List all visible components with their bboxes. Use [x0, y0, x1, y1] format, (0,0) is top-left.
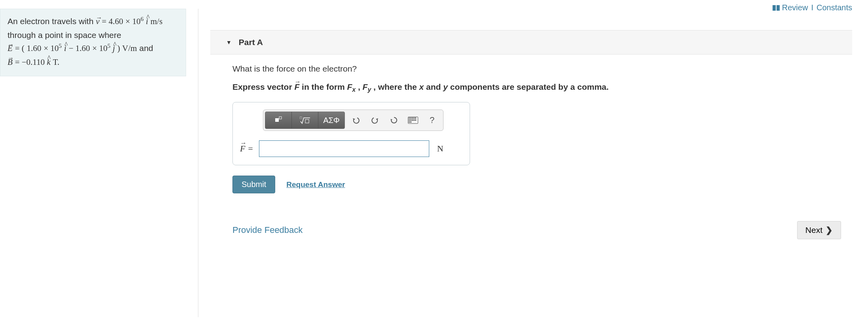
instr-c: , where the	[373, 82, 419, 91]
next-label: Next	[805, 225, 822, 235]
vector-F: F	[294, 82, 299, 91]
E-unit: V/m	[122, 43, 137, 53]
instr-a: Express vector	[232, 82, 294, 91]
chevron-right-icon: ❯	[826, 225, 833, 235]
problem-text: An electron travels with	[8, 17, 96, 26]
keyboard-icon	[408, 117, 418, 124]
equals: =	[15, 57, 22, 67]
B-value: −0.110	[22, 57, 47, 67]
var-x: x	[419, 82, 424, 91]
answer-box: □ ΑΣΦ ?	[232, 102, 470, 165]
i-hat: i	[146, 17, 148, 26]
svg-rect-3	[305, 119, 309, 123]
v-unit: m/s	[150, 17, 162, 26]
svg-rect-0	[275, 118, 279, 122]
E2-base: 10	[99, 43, 107, 53]
equation-toolbar: □ ΑΣΦ ?	[263, 110, 444, 131]
part-title: Part A	[239, 38, 263, 47]
j-hat: j	[113, 43, 115, 53]
comma: ,	[358, 82, 363, 91]
times: ×	[92, 43, 99, 53]
answer-label-eq: =	[245, 144, 253, 153]
undo-button[interactable]	[346, 112, 365, 129]
instr-d: and	[424, 82, 443, 91]
submit-button[interactable]: Submit	[232, 176, 275, 193]
v-exp: 6	[141, 16, 144, 22]
greek-button[interactable]: ΑΣΦ	[318, 112, 345, 129]
provide-feedback-link[interactable]: Provide Feedback	[232, 225, 303, 235]
times: ×	[44, 43, 50, 53]
chevron-down-icon: ▼	[226, 39, 232, 45]
svg-text:□: □	[300, 116, 302, 120]
Fy: F	[363, 82, 368, 91]
i-hat: i	[64, 43, 67, 53]
instr-b: in the form	[302, 82, 347, 91]
answer-unit: N	[437, 144, 444, 154]
E2-exp: 5	[107, 43, 110, 49]
E2-coeff: 1.60	[75, 43, 90, 53]
close-paren: )	[117, 43, 122, 53]
open-paren: = (	[15, 43, 25, 53]
problem-text: through a point in space where	[8, 28, 179, 42]
vector-B: B	[8, 57, 13, 67]
redo-button[interactable]	[365, 112, 385, 129]
E1-base: 10	[50, 43, 59, 53]
B-unit: T.	[53, 57, 60, 67]
next-button[interactable]: Next ❯	[797, 221, 841, 239]
instr-e: components are separated by a comma.	[448, 82, 609, 91]
request-answer-link[interactable]: Request Answer	[286, 180, 345, 189]
v-coeff: 4.60	[108, 17, 123, 26]
reset-button[interactable]	[385, 112, 404, 129]
vector-E: E	[8, 43, 13, 53]
sub-x: x	[352, 86, 356, 93]
Fx: F	[347, 82, 352, 91]
svg-rect-1	[279, 117, 282, 119]
template-button[interactable]	[265, 112, 292, 129]
help-button[interactable]: ?	[423, 112, 442, 129]
minus: −	[69, 43, 75, 53]
equals: =	[102, 17, 108, 26]
answer-label-F: F	[240, 144, 245, 153]
question-text: What is the force on the electron?	[232, 64, 843, 74]
E1-exp: 5	[59, 43, 62, 49]
times: ×	[126, 17, 132, 26]
radical-button[interactable]: □	[292, 112, 318, 129]
problem-statement: An electron travels with v = 4.60 × 106 …	[0, 9, 186, 76]
vector-v: v	[96, 17, 99, 26]
sub-y: y	[367, 86, 371, 93]
instruction-text: Express vector F in the form Fx , Fy , w…	[232, 82, 843, 92]
k-hat: k	[47, 57, 50, 67]
and-text: and	[139, 43, 153, 53]
keyboard-button[interactable]	[404, 112, 423, 129]
E1-coeff: 1.60	[27, 43, 42, 53]
v-base: 10	[132, 17, 141, 26]
part-a-header[interactable]: ▼ Part A	[210, 30, 852, 55]
var-y: y	[443, 82, 448, 91]
answer-input[interactable]	[259, 140, 429, 157]
